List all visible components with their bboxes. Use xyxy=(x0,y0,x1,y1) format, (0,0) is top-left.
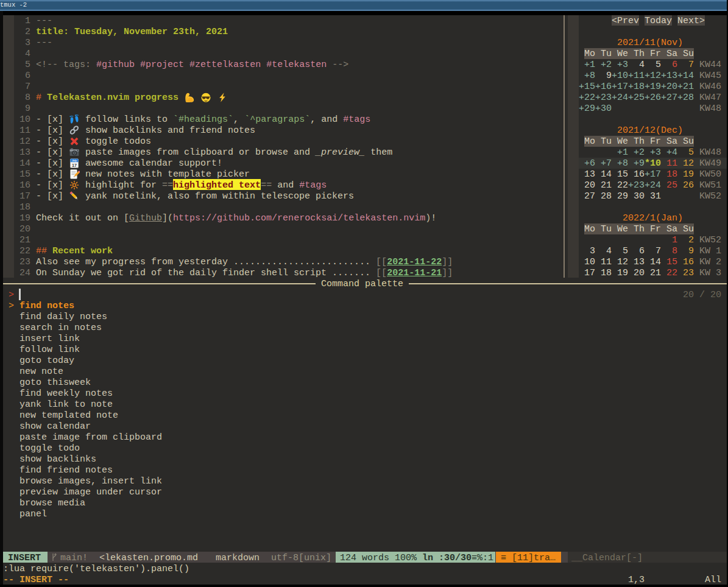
svg-text:17: 17 xyxy=(72,163,77,168)
